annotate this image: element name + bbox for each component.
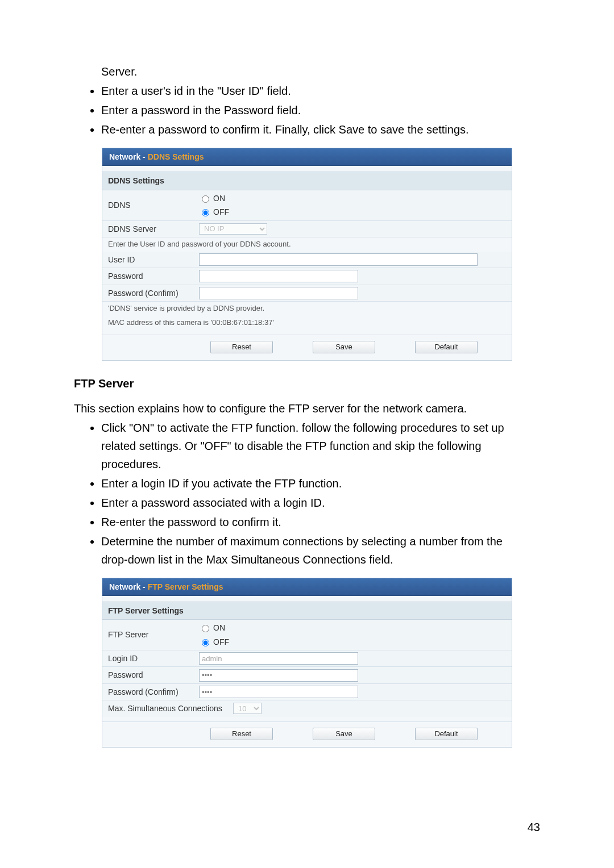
ddns-user-input[interactable]	[199, 253, 478, 266]
default-button[interactable]: Default	[415, 728, 478, 740]
ftp-login-label: Login ID	[108, 652, 199, 665]
ddns-radio-off-input[interactable]	[202, 209, 209, 216]
ftp-bullet-a2: related settings. Or "OFF" to disable th…	[101, 440, 482, 452]
ftp-password-label: Password	[108, 669, 199, 681]
ftp-radio-off[interactable]: OFF	[199, 636, 229, 648]
ddns-row-password: Password	[102, 268, 512, 285]
ddns-row-userid: User ID	[102, 252, 512, 268]
panel-title-main: FTP Server Settings	[148, 582, 223, 591]
ftp-password-confirm-input[interactable]	[199, 686, 358, 698]
ftp-intro: This section explains how to configure t…	[74, 399, 540, 418]
ddns-row-server: DDNS Server NO IP	[102, 221, 512, 237]
intro-text-server: Server.	[101, 62, 540, 81]
ftp-subheader: FTP Server Settings	[102, 602, 512, 620]
ftp-bullet-c: Enter a password associated with a login…	[101, 494, 540, 512]
ftp-row-password-confirm: Password (Confirm)	[102, 684, 512, 700]
ftp-bullet-a3: procedures.	[101, 458, 161, 470]
ftp-bullet-a: Click "ON" to activate the FTP function.…	[101, 419, 540, 473]
ftp-password-input[interactable]	[199, 669, 358, 682]
intro-bullet-3: Re-enter a password to confirm it. Final…	[101, 120, 540, 139]
save-button[interactable]: Save	[313, 728, 375, 740]
ddns-button-row: Reset Save Default	[102, 335, 512, 360]
ftp-on-text: ON	[213, 621, 225, 634]
ddns-radio-off[interactable]: OFF	[199, 206, 229, 218]
ftp-max-label: Max. Simultaneous Connections	[108, 702, 233, 715]
ftp-radio-off-input[interactable]	[202, 639, 209, 646]
panel-title-main: DDNS Settings	[148, 152, 204, 161]
ddns-password-input[interactable]	[199, 270, 358, 282]
ddns-row-password-confirm: Password (Confirm)	[102, 285, 512, 302]
ftp-row-enable: FTP Server ON OFF	[102, 620, 512, 650]
ddns-radio-on[interactable]: ON	[199, 192, 229, 205]
ftp-bullet-e1: Determine the number of maximum connecti…	[101, 535, 503, 548]
ddns-help-3: MAC address of this camera is '00:0B:67:…	[102, 316, 512, 330]
ddns-row-enable: DDNS ON OFF	[102, 190, 512, 221]
ddns-subheader: DDNS Settings	[102, 172, 512, 190]
ftp-password-confirm-label: Password (Confirm)	[108, 686, 199, 698]
reset-button[interactable]: Reset	[210, 728, 273, 740]
reset-button[interactable]: Reset	[210, 341, 273, 353]
ftp-login-input[interactable]	[199, 652, 358, 665]
ftp-bullet-e2: drop-down list in the Max Simultaneous C…	[101, 553, 393, 566]
ftp-bullet-d: Re-enter the password to confirm it.	[101, 513, 540, 531]
ftp-row-maxconn: Max. Simultaneous Connections 10	[102, 700, 512, 716]
panel-title-prefix: Network -	[109, 152, 148, 161]
ddns-password-label: Password	[108, 270, 199, 282]
ftp-bullets: Click "ON" to activate the FTP function.…	[74, 419, 540, 569]
ddns-off-text: OFF	[213, 206, 229, 218]
ftp-settings-panel: Network - FTP Server Settings FTP Server…	[102, 578, 512, 748]
ddns-server-select[interactable]: NO IP	[199, 223, 267, 235]
ddns-password-confirm-label: Password (Confirm)	[108, 287, 199, 299]
ddns-server-label: DDNS Server	[108, 223, 199, 235]
ftp-bullet-b: Enter a login ID if you activate the FTP…	[101, 474, 540, 493]
ddns-user-label: User ID	[108, 253, 199, 266]
intro-bullet-1: Enter a user's id in the "User ID" field…	[101, 82, 540, 100]
ftp-row-password: Password	[102, 667, 512, 683]
ftp-radio-on-input[interactable]	[202, 625, 209, 632]
ddns-on-text: ON	[213, 192, 225, 205]
ftp-off-text: OFF	[213, 636, 229, 648]
panel-title-prefix: Network -	[109, 582, 148, 591]
ftp-bullet-e: Determine the number of maximum connecti…	[101, 532, 540, 569]
ddns-password-confirm-input[interactable]	[199, 287, 358, 299]
intro-bullets: Enter a user's id in the "User ID" field…	[74, 82, 540, 139]
ddns-panel-title: Network - DDNS Settings	[102, 148, 512, 166]
ftp-heading: FTP Server	[74, 374, 540, 393]
ftp-button-row: Reset Save Default	[102, 721, 512, 747]
save-button[interactable]: Save	[313, 341, 375, 353]
ftp-panel-title: Network - FTP Server Settings	[102, 578, 512, 596]
ddns-help-2: 'DDNS' service is provided by a DDNS pro…	[102, 302, 512, 316]
default-button[interactable]: Default	[415, 341, 478, 353]
intro-bullet-2: Enter a password in the Password field.	[101, 101, 540, 119]
ddns-label: DDNS	[108, 199, 199, 211]
ddns-radio-on-input[interactable]	[202, 195, 209, 203]
ddns-help-1: Enter the User ID and password of your D…	[102, 237, 512, 252]
ftp-radio-on[interactable]: ON	[199, 621, 229, 634]
ddns-settings-panel: Network - DDNS Settings DDNS Settings DD…	[102, 148, 512, 361]
ftp-row-login: Login ID	[102, 650, 512, 667]
ftp-max-select[interactable]: 10	[233, 703, 262, 714]
page-number: 43	[528, 821, 540, 834]
ftp-bullet-a1: Click "ON" to activate the FTP function.…	[101, 422, 504, 434]
ftp-server-label: FTP Server	[108, 628, 199, 641]
